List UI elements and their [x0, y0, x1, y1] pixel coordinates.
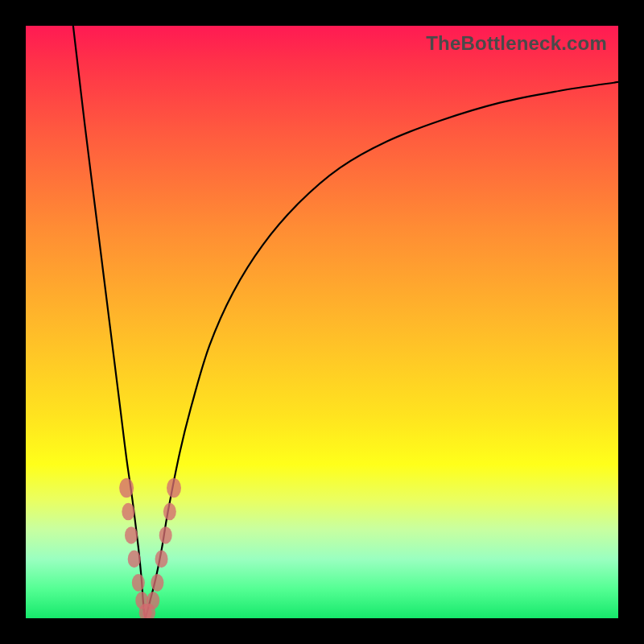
- data-marker: [132, 574, 145, 592]
- data-marker: [151, 574, 163, 592]
- data-marker: [167, 478, 181, 497]
- data-marker: [147, 592, 159, 609]
- data-marker: [159, 526, 172, 544]
- curve-right: [146, 82, 618, 618]
- chart-svg: [26, 26, 618, 618]
- data-marker: [163, 503, 176, 521]
- data-marker: [128, 551, 141, 568]
- chart-frame: TheBottleneck.com: [26, 26, 618, 618]
- data-marker: [122, 503, 134, 521]
- data-marker: [155, 551, 168, 568]
- markers: [119, 478, 181, 618]
- data-marker: [119, 478, 134, 497]
- data-marker: [125, 526, 138, 544]
